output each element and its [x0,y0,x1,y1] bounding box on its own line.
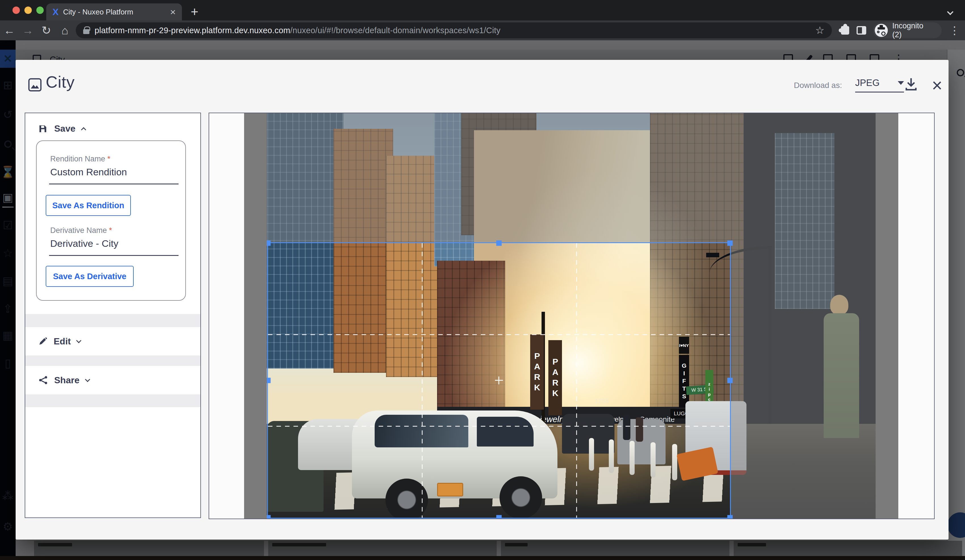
rendition-input-underline [49,184,178,184]
extensions-icon[interactable] [841,26,849,34]
browser-menu-icon[interactable]: ⋮ [949,24,960,37]
download-as-label: Download as: [794,81,842,90]
crop-thirds-line [576,243,577,518]
crop-handle-n[interactable] [496,240,502,246]
format-value: JPEG [855,77,880,88]
format-select[interactable]: JPEG [855,77,904,93]
rendition-name-label: Rendition Name * [50,155,110,163]
image-viewer: fashion jewelry ƒashion jewelry fashion … [209,113,935,519]
pencil-icon [38,337,47,346]
new-tab-button[interactable]: + [191,4,198,19]
incognito-label: Incognito (2) [892,21,934,39]
format-caret-icon [898,81,904,85]
bookmark-star-icon[interactable]: ☆ [815,24,824,36]
tab-title: City - Nuxeo Platform [63,8,165,16]
traffic-zoom-button[interactable] [36,7,44,14]
browser-toolbar: ← → ↻ ⌂ platform-nmm-pr-29-preview.platf… [0,20,965,40]
save-as-rendition-button[interactable]: Save As Rendition [46,195,131,216]
share-section-label: Share [54,375,80,385]
back-button[interactable]: ← [0,24,18,37]
picture-icon [28,77,42,93]
traffic-minimize-button[interactable] [25,7,32,14]
reload-button[interactable]: ↻ [37,24,56,37]
incognito-icon [875,24,888,37]
derivative-name-input[interactable]: Derivative - City [50,238,118,249]
crop-handle-s[interactable] [496,515,502,519]
crop-handle-sw[interactable] [267,515,271,519]
traffic-close-button[interactable] [13,7,20,14]
dialog-title: City [46,72,75,91]
tab-close-icon[interactable]: × [170,7,176,17]
image-editor-dialog: City Download as: JPEG × Save Rendition … [16,60,949,540]
save-collapse-chevron-icon[interactable] [81,127,86,132]
crop-handle-nw[interactable] [267,240,271,246]
incognito-badge[interactable]: Incognito (2) [873,23,942,38]
edit-expand-chevron-icon [76,338,82,343]
derivative-name-label: Derivative Name * [50,226,112,235]
download-button[interactable] [903,76,919,93]
edit-section[interactable]: Edit [25,327,200,356]
rendition-name-label-text: Rendition Name [50,155,105,163]
required-asterisk: * [107,155,110,163]
save-section-label: Save [54,123,75,134]
address-bar[interactable]: platform-nmm-pr-29-preview.platform.dev.… [76,23,832,38]
forward-button[interactable]: → [18,24,37,37]
crop-handle-ne[interactable] [728,240,733,246]
side-panel-icon[interactable] [857,26,866,34]
page-url[interactable]: platform-nmm-pr-29-preview.platform.dev.… [95,26,500,35]
save-icon [38,124,48,134]
city-photo[interactable]: fashion jewelry ƒashion jewelry fashion … [267,113,876,519]
save-section: Save Rendition Name * Custom Rendition S… [25,113,200,314]
crop-thirds-line [422,243,423,518]
nuxeo-favicon-icon: X [52,7,59,16]
actions-panel: Save Rendition Name * Custom Rendition S… [25,113,201,518]
required-asterisk: * [109,226,112,235]
lock-icon [83,29,89,34]
url-path: /nuxeo/ui/#!/browse/default-domain/works… [290,26,500,35]
crop-handle-e[interactable] [728,378,733,383]
crop-dim-right [731,242,876,519]
crop-thirds-line [268,334,730,335]
derivative-name-label-text: Derivative Name [50,226,107,235]
crop-dim-top [267,113,876,242]
share-section[interactable]: Share [25,366,200,394]
crop-handle-w[interactable] [267,378,271,383]
home-button[interactable]: ⌂ [56,24,74,37]
save-form-card: Rendition Name * Custom Rendition Save A… [36,140,186,301]
rendition-name-input[interactable]: Custom Rendition [50,167,127,178]
tab-overflow-chevron-icon[interactable] [947,9,954,15]
share-icon [38,376,48,385]
url-domain: platform-nmm-pr-29-preview.platform.dev.… [95,26,290,35]
crop-thirds-line [268,426,730,427]
crop-handle-se[interactable] [728,515,733,519]
image-stage: fashion jewelry ƒashion jewelry fashion … [244,113,898,519]
derivative-input-underline [49,255,178,256]
save-section-header[interactable]: Save [38,123,85,134]
edit-section-label: Edit [54,336,71,347]
save-as-derivative-button[interactable]: Save As Derivative [46,266,134,287]
panel-empty-area [25,407,200,518]
share-expand-chevron-icon [85,377,90,382]
screen: X City - Nuxeo Platform × + ← → ↻ ⌂ plat… [0,0,965,560]
crop-center-cross [499,376,499,384]
close-dialog-button[interactable]: × [932,76,942,95]
crop-selection[interactable] [267,242,731,519]
browser-tab-active[interactable]: X City - Nuxeo Platform × [46,3,182,20]
browser-tabstrip: X City - Nuxeo Platform × + [0,0,965,20]
